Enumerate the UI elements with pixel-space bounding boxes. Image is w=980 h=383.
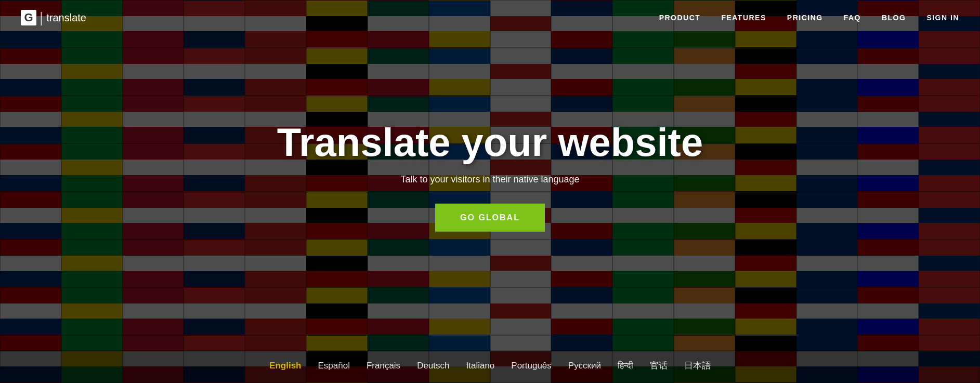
nav-signin[interactable]: SIGN IN	[926, 14, 959, 22]
lang-espanol[interactable]: Español	[318, 361, 350, 371]
nav-pricing[interactable]: PRICING	[787, 14, 823, 22]
lang-english[interactable]: English	[269, 361, 301, 371]
hero-subtitle: Talk to your visitors in their native la…	[256, 174, 724, 185]
nav-blog[interactable]: BLOG	[882, 14, 906, 22]
go-global-button[interactable]: GO GLOBAL	[435, 204, 545, 232]
logo-g-letter: G	[21, 10, 36, 25]
language-bar: English Español Français Deutsch Italian…	[0, 350, 980, 383]
nav-faq[interactable]: FAQ	[844, 14, 861, 22]
logo-pipe: |	[40, 9, 43, 26]
lang-russian[interactable]: Русский	[568, 361, 601, 371]
hero-content: Translate your website Talk to your visi…	[256, 120, 724, 232]
lang-japanese[interactable]: 日本語	[684, 360, 711, 372]
logo[interactable]: G | translate	[21, 9, 86, 26]
logo-text: translate	[46, 12, 86, 24]
lang-italiano[interactable]: Italiano	[466, 361, 495, 371]
nav-product[interactable]: PRODUCT	[659, 14, 701, 22]
lang-chinese[interactable]: 官话	[650, 360, 668, 372]
hero-section: G | translate PRODUCT FEATURES PRICING F…	[0, 0, 980, 383]
navbar: G | translate PRODUCT FEATURES PRICING F…	[0, 0, 980, 35]
nav-links: PRODUCT FEATURES PRICING FAQ BLOG SIGN I…	[659, 14, 959, 22]
lang-hindi[interactable]: हिन्दी	[618, 361, 633, 371]
lang-portugues[interactable]: Português	[511, 361, 552, 371]
lang-francais[interactable]: Français	[367, 361, 400, 371]
lang-deutsch[interactable]: Deutsch	[417, 361, 449, 371]
nav-features[interactable]: FEATURES	[721, 14, 766, 22]
hero-title: Translate your website	[256, 120, 724, 164]
